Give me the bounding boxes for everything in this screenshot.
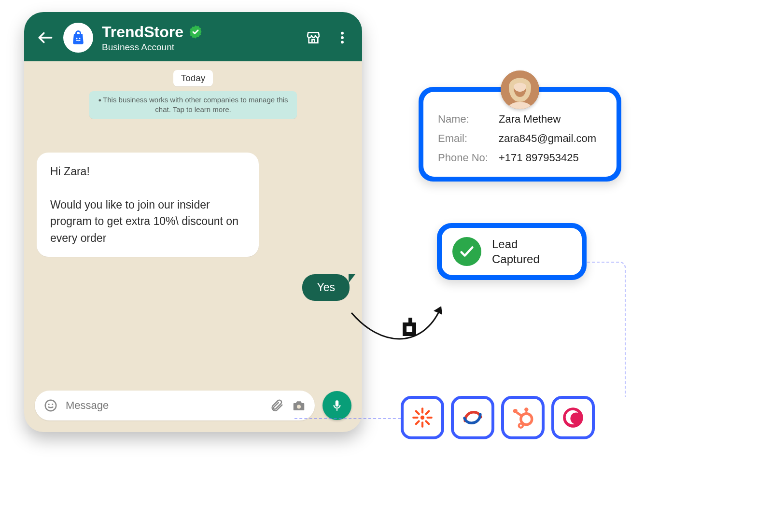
composer (24, 382, 362, 432)
svg-rect-17 (412, 417, 419, 419)
storefront-icon[interactable] (306, 30, 321, 45)
dashed-connector-icon (587, 262, 626, 397)
chat-window: TrendStore Business Account Today This b… (24, 12, 362, 432)
connector-arrow-icon (348, 290, 449, 352)
lead-email-value: zara845@gmail.com (499, 132, 596, 145)
store-avatar[interactable] (63, 23, 93, 53)
svg-point-2 (79, 38, 81, 39)
more-menu-icon[interactable] (335, 30, 350, 45)
outgoing-message: Yes (302, 274, 350, 301)
mic-icon (331, 399, 343, 412)
svg-rect-18 (426, 417, 433, 419)
store-title: TrendStore (102, 23, 183, 41)
lead-avatar (501, 70, 539, 109)
back-arrow-icon[interactable] (36, 28, 55, 47)
crescent-icon[interactable] (551, 396, 595, 439)
check-circle-icon (452, 237, 481, 266)
dashed-connector-icon (294, 418, 401, 419)
bag-icon (70, 29, 87, 46)
svg-line-31 (522, 422, 524, 424)
svg-line-29 (517, 413, 523, 417)
lead-email-label: Email: (438, 132, 491, 145)
chat-body: Today This business works with other com… (24, 61, 362, 382)
chat-header: TrendStore Business Account (24, 12, 362, 61)
system-notice[interactable]: This business works with other companies… (89, 91, 297, 119)
svg-rect-20 (415, 420, 421, 425)
attachment-icon[interactable] (269, 398, 284, 413)
composer-input-wrap (35, 391, 315, 420)
lead-name-label: Name: (438, 113, 491, 126)
svg-point-7 (48, 404, 50, 405)
zoho-icon[interactable] (451, 396, 494, 439)
zapier-icon[interactable] (401, 396, 444, 439)
svg-rect-27 (525, 410, 527, 414)
date-pill: Today (173, 70, 213, 86)
svg-point-5 (341, 41, 344, 43)
incoming-message: Hi Zara! Would you like to join our insi… (37, 153, 259, 257)
svg-rect-10 (336, 409, 337, 411)
svg-point-30 (519, 424, 523, 428)
svg-rect-15 (421, 407, 423, 414)
svg-rect-11 (405, 324, 414, 334)
svg-rect-12 (408, 318, 412, 326)
mic-button[interactable] (322, 391, 351, 420)
lead-captured-text: Lead Captured (492, 237, 540, 266)
lead-card: Name: Zara Methew Email: zara845@gmail.c… (419, 87, 621, 182)
store-subtitle: Business Account (102, 42, 297, 53)
svg-point-1 (76, 38, 78, 39)
svg-rect-21 (415, 410, 421, 416)
svg-point-4 (341, 36, 344, 39)
camera-icon[interactable] (292, 398, 306, 413)
lead-name-value: Zara Methew (499, 113, 561, 126)
lead-phone-value: +171 897953425 (499, 152, 579, 164)
message-input[interactable] (66, 399, 262, 412)
svg-rect-19 (424, 410, 430, 416)
svg-point-9 (297, 405, 301, 409)
svg-point-3 (341, 32, 344, 35)
svg-point-6 (45, 400, 56, 411)
svg-point-8 (52, 404, 53, 405)
svg-rect-22 (424, 420, 430, 425)
integrations-row (401, 396, 595, 439)
lead-phone-label: Phone No: (438, 152, 491, 164)
svg-rect-16 (421, 421, 423, 428)
verified-badge-icon (188, 25, 203, 39)
svg-point-24 (421, 416, 424, 420)
emoji-icon[interactable] (43, 398, 58, 413)
lead-captured-card: Lead Captured (437, 223, 587, 280)
hubspot-icon[interactable] (501, 396, 545, 439)
